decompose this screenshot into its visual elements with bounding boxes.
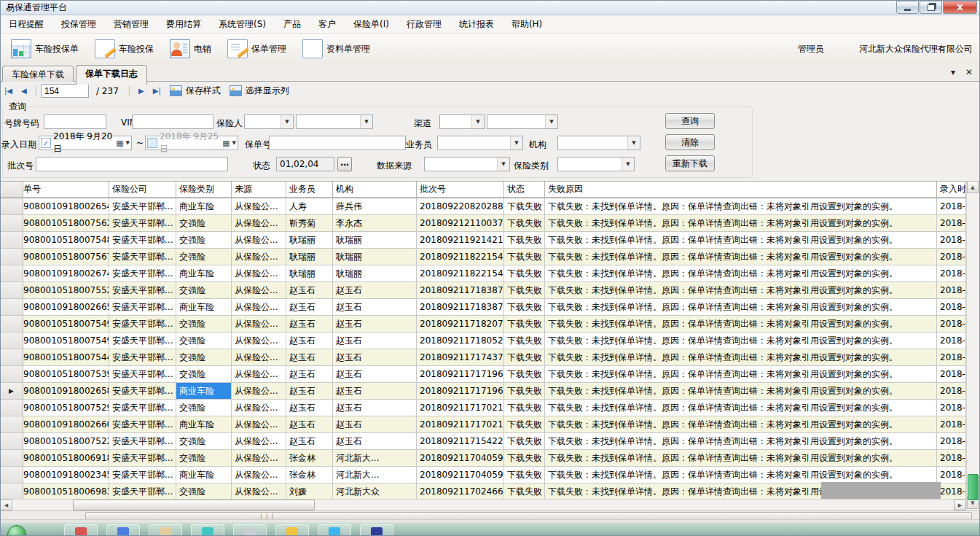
cell[interactable]: 201809211822154443 — [417, 249, 504, 265]
cell[interactable]: 赵玉石 — [286, 282, 333, 299]
cell[interactable]: 交强险 — [176, 249, 232, 265]
column-header-批次号[interactable]: 批次号 — [417, 182, 504, 198]
cell[interactable]: 从保险公... — [232, 232, 286, 249]
cell[interactable]: 从保险公... — [232, 265, 286, 282]
row-header[interactable] — [0, 215, 23, 232]
cell[interactable]: 90800105180075497 — [23, 333, 109, 349]
table-row[interactable]: 90800105180075299安盛天平邯郸...交强险从保险公...赵玉石赵… — [0, 400, 966, 416]
cell[interactable]: 赵玉石 — [286, 400, 333, 416]
cell[interactable]: 赵玉石 — [333, 416, 417, 433]
cell[interactable]: 2018-0 — [937, 215, 966, 232]
cell[interactable]: 赵玉石 — [333, 433, 417, 450]
table-row[interactable]: 90800105180075671安盛天平邯郸...交强险从保险公...耿瑞丽耿… — [0, 249, 966, 265]
row-header[interactable] — [0, 433, 23, 450]
cell[interactable]: 安盛天平邯郸... — [109, 366, 176, 383]
cell[interactable]: 从保险公... — [232, 198, 286, 215]
cell[interactable]: 商业车险 — [176, 383, 232, 400]
cell[interactable]: 2018-0 — [937, 198, 966, 215]
cell[interactable]: 201809211717021318 — [417, 400, 504, 416]
column-header-机构[interactable]: 机构 — [333, 182, 417, 198]
cell[interactable]: 赵玉石 — [286, 416, 333, 433]
toolbar-button-保单管理[interactable]: 保单管理 — [222, 36, 291, 61]
tab-list-dropdown-icon[interactable]: ▾ — [951, 67, 955, 77]
cell[interactable]: 201809212110037410 — [417, 215, 504, 232]
vertical-scroll-thumb[interactable] — [968, 474, 979, 500]
cell[interactable]: 赵玉石 — [286, 299, 333, 316]
cell[interactable]: 下载失败 — [504, 383, 545, 400]
cell[interactable]: 下载失败 — [504, 282, 545, 299]
cell[interactable]: 201809211718052568 — [417, 333, 504, 349]
cell[interactable]: 安盛天平邯郸... — [109, 265, 176, 282]
cell[interactable]: 下载失败 — [504, 400, 545, 416]
cell[interactable]: 赵玉石 — [286, 316, 333, 333]
close-button[interactable]: X — [943, 1, 977, 14]
cell[interactable]: 90800105180069181 — [23, 450, 109, 467]
cell[interactable]: 90800109180023459 — [23, 467, 109, 483]
row-header[interactable] — [0, 450, 23, 467]
ins-category-select[interactable]: ▼ — [557, 157, 635, 171]
row-header[interactable] — [0, 366, 23, 383]
cell[interactable]: 90800105180075488 — [23, 232, 109, 249]
cell[interactable]: 90800105180075222 — [23, 433, 109, 450]
cell[interactable]: 201809211715422099 — [417, 433, 504, 450]
row-header[interactable] — [0, 299, 23, 316]
cell[interactable]: 2018-0 — [937, 433, 966, 450]
save-style-button[interactable]: 保存样式 — [165, 83, 225, 98]
cell[interactable]: 从保险公... — [232, 215, 286, 232]
cell[interactable]: 交强险 — [176, 366, 232, 383]
cell[interactable]: 安盛天平邯郸... — [109, 282, 176, 299]
cell[interactable]: 安盛天平邯郸... — [109, 400, 176, 416]
cell[interactable]: 安盛天平邯郸... — [109, 232, 176, 249]
status-browse-button[interactable]: … — [337, 157, 352, 171]
cell[interactable]: 2018-0 — [937, 416, 966, 433]
menu-item[interactable]: 行政管理 — [398, 16, 450, 33]
scroll-right-icon[interactable]: ▶ — [954, 500, 966, 510]
row-header[interactable] — [0, 265, 23, 282]
cell[interactable]: 交强险 — [176, 316, 232, 333]
cell[interactable]: 从保险公... — [232, 333, 286, 349]
cell[interactable]: 安盛天平邯郸... — [109, 349, 176, 366]
cell[interactable]: 赵玉石 — [286, 349, 333, 366]
cell[interactable]: 2018-0 — [937, 450, 966, 467]
cell[interactable]: 交强险 — [176, 400, 232, 416]
cell[interactable]: 下载失败：未找到保单详情。原因：保单详情查询出错：未将对象引用设置到对象的实例。 — [545, 450, 937, 467]
cell[interactable]: 下载失败 — [504, 467, 545, 483]
cell[interactable]: 下载失败 — [504, 349, 545, 366]
minimize-button[interactable] — [896, 1, 919, 14]
taskbar-app-tan-button[interactable] — [149, 524, 182, 536]
cell[interactable]: 从保险公... — [232, 299, 286, 316]
cell[interactable]: 交强险 — [176, 232, 232, 249]
column-header-单号[interactable]: 单号 — [23, 182, 109, 198]
cell[interactable]: 赵玉石 — [333, 383, 417, 400]
cell[interactable]: 从保险公... — [232, 483, 286, 500]
column-header-保险类别[interactable]: 保险类别 — [176, 182, 232, 198]
table-row[interactable]: 90800109180026656安盛天平邯郸...商业车险从保险公...赵玉石… — [0, 299, 966, 316]
cell[interactable]: 交强险 — [176, 282, 232, 299]
cell[interactable]: 2018-0 — [937, 249, 966, 265]
cell[interactable]: 交强险 — [176, 215, 232, 232]
channel-select[interactable]: ▼ — [487, 114, 558, 129]
cell[interactable]: 安盛天平邯郸... — [109, 433, 176, 450]
cell[interactable]: 下载失败 — [504, 215, 545, 232]
cell[interactable]: 下载失败 — [504, 416, 545, 433]
cell[interactable]: 201809211921421161 — [417, 232, 504, 249]
row-header[interactable] — [0, 316, 23, 333]
cell[interactable]: 90800105180075499 — [23, 316, 109, 333]
cell[interactable]: 交强险 — [176, 450, 232, 467]
cell[interactable]: 90800105180075396 — [23, 366, 109, 383]
cell[interactable]: 2018-0 — [937, 299, 966, 316]
vertical-scrollbar[interactable]: ▲ ▼ — [966, 181, 979, 509]
redownload-button[interactable]: 重新下载 — [665, 155, 715, 171]
column-header-录入时[interactable]: 录入时 — [937, 182, 966, 198]
table-row[interactable]: 90800109180023459安盛天平邯郸...商业车险从保险公...张金林… — [0, 467, 966, 483]
cell[interactable]: 交强险 — [176, 349, 232, 366]
cell[interactable]: 商业车险 — [176, 265, 232, 282]
cell[interactable]: 201809211717021318 — [417, 416, 504, 433]
row-header[interactable]: ▶ — [0, 383, 23, 400]
cell[interactable]: 安盛天平邯郸... — [109, 483, 176, 500]
cell[interactable]: 90800109180026609 — [23, 416, 109, 433]
cell[interactable]: 耿瑞丽 — [333, 249, 417, 265]
cell[interactable]: 下载失败：未找到保单详情。原因：保单详情查询出错：未将对象引用设置到对象的实例。 — [545, 333, 937, 349]
cell[interactable]: 2018-0 — [937, 316, 966, 333]
cell[interactable]: 张金林 — [286, 450, 333, 467]
